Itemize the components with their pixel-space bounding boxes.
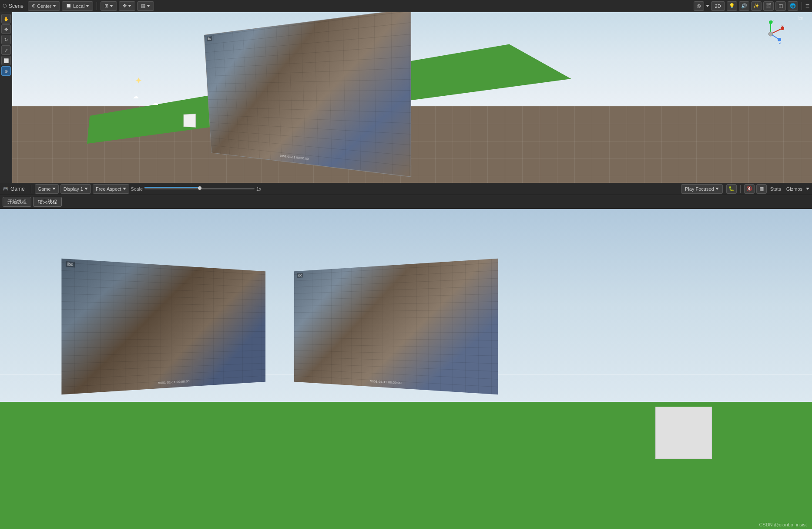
end-thread-button[interactable]: 结束线程 [33, 197, 62, 207]
move-button[interactable]: ✥ [119, 1, 135, 11]
wall-gap [278, 266, 280, 387]
chevron-down-icon [715, 188, 719, 190]
stats-button[interactable]: Stats [768, 185, 783, 192]
play-focused-button[interactable]: Play Focused [681, 184, 723, 194]
fx-button[interactable]: ✨ [751, 1, 762, 11]
texture-wall: ibc 5051-01-11 00:00:00 [204, 12, 411, 177]
game-timestamp-left: 5051-01-11 00:00:00 [158, 379, 190, 385]
scale-slider: Scale 1x [131, 186, 262, 192]
white-cube [184, 114, 196, 128]
game-ibc-label-right: ibc [297, 273, 303, 278]
separator [97, 2, 97, 10]
move-icon: ✥ [123, 3, 127, 9]
display-button[interactable]: Display 1 [60, 184, 91, 194]
gizmo-button[interactable]: ⊞ [101, 1, 117, 11]
game-ibc-label-left: ibc [66, 261, 75, 267]
snap-icon: ▦ [141, 3, 145, 9]
layout-button[interactable]: ▦ [756, 184, 767, 194]
scene-title: Scene [9, 3, 23, 9]
separator3 [31, 185, 31, 193]
2d-button[interactable]: 2D [711, 1, 725, 11]
game-wall-left: ibc 5051-01-11 00:00:00 [61, 259, 265, 394]
toolbar-right: ◎ 2D 💡 🔊 ✨ 🎬 ◫ 🌐 ≡ [694, 1, 809, 11]
game-toolbar: 🎮 Game Game Display 1 Free Aspect Scale … [0, 183, 812, 195]
global-button[interactable]: 🌐 [788, 1, 798, 11]
chevron-down-icon [706, 5, 709, 7]
hand-tool-btn[interactable]: ✋ [1, 14, 11, 24]
chevron-down-icon [123, 188, 126, 190]
free-aspect-button[interactable]: Free Aspect [93, 184, 129, 194]
scale-tool-btn[interactable]: ⤢ [1, 45, 11, 55]
cloud2-icon: ☁ [152, 99, 158, 106]
left-tools-panel: ✋ ✥ ↻ ⤢ ⬜ ⊕ [0, 12, 12, 183]
game-panel: 🎮 Game Game Display 1 Free Aspect Scale … [0, 183, 812, 517]
ibc-label: ibc [207, 36, 212, 41]
mute-icon: 🔇 [746, 186, 752, 192]
lighting-button[interactable]: 💡 [727, 1, 737, 11]
audio-button[interactable]: 🔊 [739, 1, 749, 11]
chevron-down-icon [86, 5, 89, 7]
rect-tool-btn[interactable]: ⬜ [1, 56, 11, 65]
game-icon: 🎮 [3, 186, 9, 192]
scene-toolbar: ⬡ Scene ⊕ Center 🔲 Local ⊞ ✥ ▦ ◎ [0, 0, 812, 12]
game-timestamp-right: 5051-01-11 00:00:00 [370, 379, 402, 385]
snap-button[interactable]: ▦ [137, 1, 154, 11]
center-button[interactable]: ⊕ Center [28, 1, 60, 11]
scene-view-button[interactable]: 🎬 [763, 1, 774, 11]
mute-button[interactable]: 🔇 [744, 184, 755, 194]
svg-point-9 [778, 38, 781, 41]
svg-point-6 [768, 32, 773, 36]
scene-icon: ⬡ [3, 3, 7, 9]
cloud-icon: ☁ [133, 93, 139, 100]
sun-icon: ✦ [135, 75, 142, 86]
chevron-down-icon [52, 188, 56, 190]
svg-point-7 [769, 20, 772, 24]
transform-tool-btn[interactable]: ⊕ [1, 66, 11, 76]
separator4 [740, 185, 741, 193]
bug-icon-button[interactable]: 🐛 [726, 184, 737, 194]
scene-viewport[interactable]: ibc 5051-01-11 00:00:00 ✦ ☁ ☁ y x z [0, 12, 812, 183]
local-icon: 🔲 [66, 3, 72, 9]
center-icon: ⊕ [32, 3, 36, 9]
gizmo-widget: y x z [755, 19, 786, 49]
game-wall-container: ibc 5051-01-11 00:00:00 ibc 5051-01-11 0… [70, 266, 505, 387]
watermark: CSDN @qianbo_insist [759, 522, 807, 527]
hidden-button[interactable]: ◫ [775, 1, 786, 11]
more-icon: ≡ [805, 2, 809, 10]
chevron-down-icon [84, 188, 88, 190]
game-viewport[interactable]: ibc 5051-01-11 00:00:00 ibc 5051-01-11 0… [0, 209, 812, 529]
game-label-btn[interactable]: Game [35, 184, 59, 194]
scene-panel: ⬡ Scene ⊕ Center 🔲 Local ⊞ ✥ ▦ ◎ [0, 0, 812, 183]
move-tool-btn[interactable]: ✥ [1, 24, 11, 34]
gizmos-button[interactable]: Gizmos [785, 185, 804, 192]
game-wall-right: ibc 5051-01-11 00:00:00 [294, 259, 498, 394]
local-button[interactable]: 🔲 Local [62, 1, 93, 11]
chevron-down-icon [128, 5, 131, 7]
gizmo-icon: ⊞ [104, 3, 108, 9]
white-rect-object [655, 407, 712, 459]
chevron-down-icon [147, 5, 150, 7]
slider-track[interactable] [144, 188, 255, 189]
action-buttons-row: 开始线程 结束线程 [0, 195, 812, 209]
chevron-down-icon [806, 188, 809, 190]
game-title: Game [10, 186, 25, 192]
rotate-tool-btn[interactable]: ↻ [1, 35, 11, 44]
start-thread-button[interactable]: 开始线程 [3, 197, 31, 207]
lod-button[interactable]: ◎ [694, 1, 704, 11]
separator2 [802, 2, 802, 10]
chevron-down-icon [110, 5, 113, 7]
svg-point-8 [781, 27, 784, 30]
icn-label: Icn [798, 16, 803, 20]
chevron-down-icon [53, 5, 56, 7]
timestamp-label: 5051-01-11 00:00:00 [280, 154, 309, 161]
